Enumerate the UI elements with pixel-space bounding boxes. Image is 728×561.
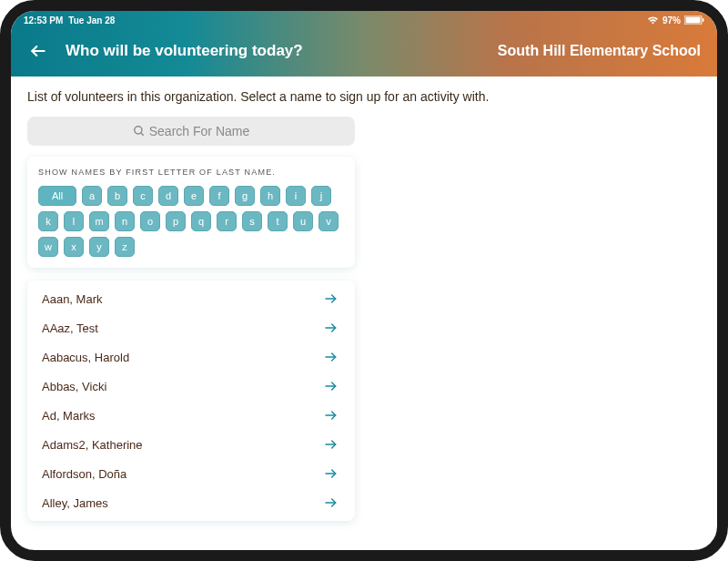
battery-icon — [684, 15, 704, 25]
arrow-right-icon — [322, 466, 340, 481]
back-button[interactable] — [27, 40, 49, 62]
volunteer-name: Aabacus, Harold — [42, 351, 129, 364]
status-bar: 12:53 PM Tue Jan 28 97% — [11, 11, 717, 29]
back-arrow-icon — [29, 42, 47, 60]
letter-filter-l[interactable]: l — [64, 211, 84, 231]
volunteer-row[interactable]: AAaz, Test — [27, 313, 355, 342]
letter-filter-i[interactable]: i — [286, 186, 306, 206]
search-input[interactable]: Search For Name — [27, 117, 355, 146]
letter-filter-n[interactable]: n — [115, 211, 135, 231]
letter-filter-o[interactable]: o — [140, 211, 160, 231]
tablet-frame: 12:53 PM Tue Jan 28 97% Who will be volu… — [0, 0, 728, 561]
letter-filter-t[interactable]: t — [268, 211, 288, 231]
status-time: 12:53 PM — [24, 15, 63, 26]
letter-filter-w[interactable]: w — [38, 237, 58, 257]
letter-filter-p[interactable]: p — [166, 211, 186, 231]
letter-filter-g[interactable]: g — [235, 186, 255, 206]
header-bar: Who will be volunteering today? South Hi… — [11, 29, 717, 76]
volunteer-name: Adams2, Katherine — [42, 438, 143, 452]
arrow-right-icon — [322, 291, 340, 306]
letter-filter-q[interactable]: q — [191, 211, 211, 231]
letter-filter-z[interactable]: z — [115, 237, 135, 257]
letter-filter-v[interactable]: v — [318, 211, 339, 231]
svg-rect-1 — [686, 17, 701, 24]
volunteer-row[interactable]: Abbas, Vicki — [27, 372, 355, 401]
svg-line-5 — [141, 133, 144, 136]
battery-percent: 97% — [662, 15, 681, 26]
arrow-right-icon — [322, 321, 340, 335]
letter-filter-x[interactable]: x — [64, 237, 84, 257]
svg-rect-2 — [703, 18, 704, 22]
instruction-text: List of volunteers in this organization.… — [27, 89, 701, 104]
volunteer-name: Alfordson, Doña — [42, 467, 126, 481]
content-area: List of volunteers in this organization.… — [11, 76, 717, 539]
letter-filter-f[interactable]: f — [209, 186, 229, 206]
letter-filter-c[interactable]: c — [133, 186, 153, 206]
volunteer-row[interactable]: Alfordson, Doña — [27, 459, 355, 488]
search-placeholder: Search For Name — [149, 124, 249, 138]
letter-filter-a[interactable]: a — [82, 186, 102, 206]
letter-filter-h[interactable]: h — [260, 186, 280, 206]
arrow-right-icon — [322, 379, 340, 393]
letter-grid: Allabcdefghijklmnopqrstuvwxyz — [38, 186, 344, 257]
letter-filter-card: SHOW NAMES BY FIRST LETTER OF LAST NAME.… — [27, 157, 355, 268]
svg-point-4 — [135, 127, 142, 134]
filter-label: SHOW NAMES BY FIRST LETTER OF LAST NAME. — [38, 168, 344, 177]
page-title: Who will be volunteering today? — [66, 42, 303, 60]
screen: 12:53 PM Tue Jan 28 97% Who will be volu… — [11, 11, 717, 550]
letter-filter-b[interactable]: b — [107, 186, 127, 206]
volunteer-name: Abbas, Vicki — [42, 380, 106, 393]
volunteer-name: AAaz, Test — [42, 321, 98, 335]
letter-filter-k[interactable]: k — [38, 211, 58, 231]
letter-filter-r[interactable]: r — [217, 211, 237, 231]
volunteer-row[interactable]: Aaan, Mark — [27, 284, 355, 313]
arrow-right-icon — [322, 350, 340, 364]
wifi-icon — [647, 15, 659, 25]
volunteer-row[interactable]: Alley, James — [27, 488, 355, 517]
letter-filter-all[interactable]: All — [38, 186, 76, 206]
search-icon — [133, 125, 146, 138]
volunteer-name: Alley, James — [42, 496, 108, 510]
arrow-right-icon — [322, 495, 340, 510]
status-date: Tue Jan 28 — [68, 15, 115, 26]
volunteer-row[interactable]: Aabacus, Harold — [27, 342, 355, 372]
volunteer-name: Aaan, Mark — [42, 292, 102, 306]
arrow-right-icon — [322, 408, 340, 423]
header-area: 12:53 PM Tue Jan 28 97% Who will be volu… — [11, 11, 717, 76]
volunteer-list: Aaan, MarkAAaz, TestAabacus, HaroldAbbas… — [27, 280, 355, 521]
letter-filter-y[interactable]: y — [89, 237, 109, 257]
letter-filter-s[interactable]: s — [242, 211, 262, 231]
volunteer-row[interactable]: Adams2, Katherine — [27, 430, 355, 459]
letter-filter-d[interactable]: d — [158, 186, 178, 206]
letter-filter-m[interactable]: m — [89, 211, 109, 231]
volunteer-row[interactable]: Ad, Marks — [27, 401, 355, 430]
letter-filter-e[interactable]: e — [184, 186, 204, 206]
arrow-right-icon — [322, 437, 340, 452]
letter-filter-j[interactable]: j — [311, 186, 331, 206]
letter-filter-u[interactable]: u — [293, 211, 313, 231]
school-name: South Hill Elementary School — [498, 43, 701, 59]
volunteer-name: Ad, Marks — [42, 409, 96, 423]
